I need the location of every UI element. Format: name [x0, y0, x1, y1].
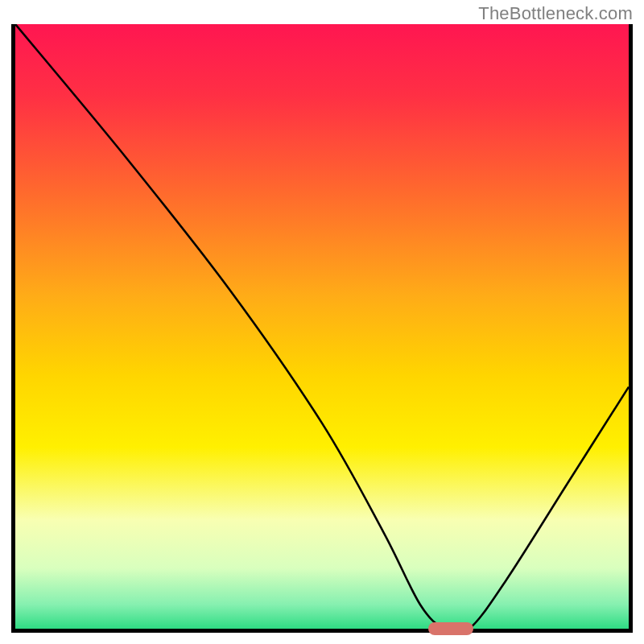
watermark-text: TheBottleneck.com	[478, 3, 633, 24]
optimal-marker	[428, 622, 473, 635]
chart-frame	[11, 24, 633, 633]
bottleneck-curve	[15, 24, 629, 629]
